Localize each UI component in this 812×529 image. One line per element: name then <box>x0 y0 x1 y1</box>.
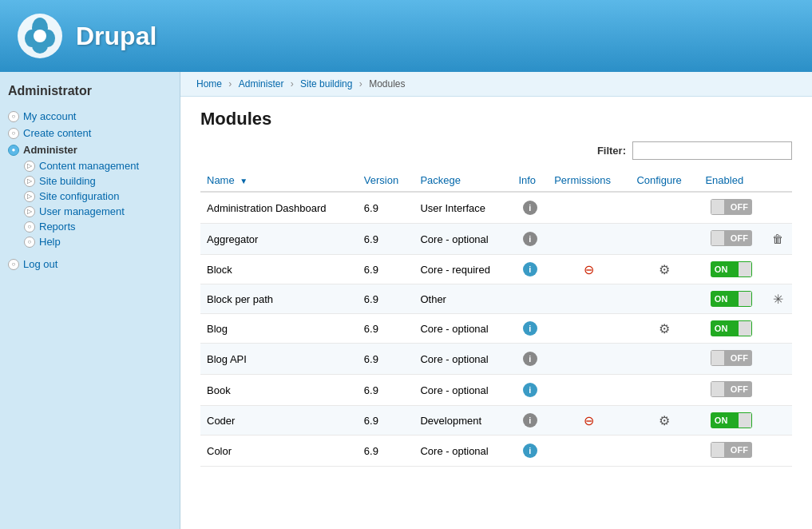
cell-info[interactable]: i <box>512 344 548 375</box>
col-configure: Configure <box>630 169 699 192</box>
breadcrumb-current: Modules <box>369 78 405 89</box>
no-entry-icon[interactable]: ⊖ <box>584 263 594 276</box>
page-title: Modules <box>200 109 792 129</box>
sidebar-item-site-building[interactable]: ▷ Site building <box>24 173 172 189</box>
cell-enabled[interactable]: ON <box>699 406 763 436</box>
table-row: Aggregator6.9Core - optionaliOFF🗑 <box>200 224 792 255</box>
cell-version: 6.9 <box>358 192 414 224</box>
cell-permissions[interactable]: ⊖ <box>548 406 630 436</box>
info-icon[interactable]: i <box>523 201 537 215</box>
cell-info[interactable]: i <box>512 192 548 224</box>
cell-name: Administration Dashboard <box>200 192 358 224</box>
cell-enabled[interactable]: OFF <box>699 192 763 224</box>
gear-icon[interactable]: ⚙ <box>659 414 670 428</box>
sidebar-item-help[interactable]: ○ Help <box>24 234 172 249</box>
col-enabled: Enabled <box>699 169 763 192</box>
filter-input[interactable] <box>632 141 792 160</box>
gear-icon[interactable]: ⚙ <box>659 322 670 336</box>
sidebar-item-create-content[interactable]: ○ Create content <box>8 125 172 141</box>
bullet-icon: ○ <box>8 111 19 122</box>
cell-permissions <box>548 284 630 314</box>
table-header: Name ▼ Version Packege Info <box>200 169 792 192</box>
toggle-switch[interactable]: OFF <box>711 442 752 458</box>
toggle-switch[interactable]: ON <box>711 320 752 336</box>
breadcrumb-site-building[interactable]: Site building <box>300 78 352 89</box>
toggle-switch[interactable]: OFF <box>711 230 752 246</box>
cell-configure <box>630 224 699 255</box>
toggle-switch[interactable]: ON <box>711 291 752 307</box>
cell-info[interactable]: i <box>512 436 548 467</box>
cell-configure[interactable]: ⚙ <box>630 314 699 344</box>
gear-icon[interactable]: ⚙ <box>659 263 670 276</box>
cell-enabled[interactable]: ON <box>699 255 763 284</box>
sidebar-item-content-management[interactable]: ▷ Content management <box>24 158 172 173</box>
info-icon[interactable]: i <box>523 443 537 458</box>
sidebar-item-administer[interactable]: ● Administer <box>8 141 172 158</box>
cell-info[interactable] <box>512 284 548 314</box>
bullet-icon: ▷ <box>24 191 35 202</box>
cell-permissions <box>548 192 630 224</box>
cell-name: Block <box>200 255 358 284</box>
breadcrumb: Home › Administer › Site building › Modu… <box>180 72 812 97</box>
cell-name: Blog <box>200 314 358 344</box>
info-icon[interactable]: i <box>523 232 537 246</box>
sidebar-item-site-configuration[interactable]: ▷ Site configuration <box>24 189 172 204</box>
cell-name: Book <box>200 375 358 406</box>
sidebar-item-my-account[interactable]: ○ My account <box>8 108 172 125</box>
cell-permissions <box>548 436 630 467</box>
cell-extra[interactable]: ✳ <box>763 284 792 314</box>
breadcrumb-home[interactable]: Home <box>196 78 222 89</box>
info-icon[interactable]: i <box>523 321 537 336</box>
info-icon[interactable]: i <box>523 262 537 276</box>
sidebar-item-logout[interactable]: ○ Log out <box>8 256 172 272</box>
spinner-icon[interactable]: ✳ <box>773 292 783 306</box>
cell-extra <box>763 344 792 375</box>
cell-permissions[interactable]: ⊖ <box>548 255 630 284</box>
cell-configure[interactable]: ⚙ <box>630 406 699 436</box>
cell-package: Core - optional <box>414 314 512 344</box>
bullet-icon: ○ <box>8 128 19 139</box>
col-permissions: Permissions <box>548 169 630 192</box>
cell-permissions <box>548 344 630 375</box>
cell-info[interactable]: i <box>512 255 548 284</box>
sidebar-item-user-management[interactable]: ▷ User management <box>24 204 172 219</box>
cell-enabled[interactable]: ON <box>699 284 763 314</box>
bullet-icon: ○ <box>24 237 35 248</box>
breadcrumb-administer[interactable]: Administer <box>239 78 284 89</box>
cell-info[interactable]: i <box>512 224 548 255</box>
toggle-switch[interactable]: OFF <box>711 199 752 215</box>
bullet-icon: ○ <box>8 259 19 270</box>
cell-info[interactable]: i <box>512 375 548 406</box>
cell-configure[interactable]: ⚙ <box>630 255 699 284</box>
svg-point-5 <box>34 30 46 42</box>
cell-extra[interactable]: 🗑 <box>763 224 792 255</box>
info-icon[interactable]: i <box>523 413 537 428</box>
cell-enabled[interactable]: OFF <box>699 224 763 255</box>
toggle-switch[interactable]: ON <box>711 261 752 277</box>
cell-package: Development <box>414 406 512 436</box>
cell-info[interactable]: i <box>512 406 548 436</box>
info-icon[interactable]: i <box>523 383 537 397</box>
cell-enabled[interactable]: OFF <box>699 344 763 375</box>
toggle-switch[interactable]: OFF <box>711 381 752 397</box>
cell-enabled[interactable]: OFF <box>699 375 763 406</box>
col-name[interactable]: Name ▼ <box>200 169 358 192</box>
cell-info[interactable]: i <box>512 314 548 344</box>
sidebar-item-reports[interactable]: ○ Reports <box>24 219 172 234</box>
cell-permissions <box>548 224 630 255</box>
cell-configure <box>630 436 699 467</box>
bullet-icon: ○ <box>24 221 35 233</box>
table-row: Administration Dashboard6.9User Interfac… <box>200 192 792 224</box>
no-entry-icon[interactable]: ⊖ <box>584 414 594 428</box>
cell-enabled[interactable]: OFF <box>699 436 763 467</box>
cell-enabled[interactable]: ON <box>699 314 763 344</box>
table-row: Color6.9Core - optionaliOFF <box>200 436 792 467</box>
toggle-switch[interactable]: ON <box>711 412 752 428</box>
cell-version: 6.9 <box>358 314 414 344</box>
cell-permissions <box>548 375 630 406</box>
cell-extra <box>763 314 792 344</box>
trash-icon[interactable]: 🗑 <box>772 233 783 245</box>
info-icon[interactable]: i <box>523 352 537 366</box>
cell-version: 6.9 <box>358 344 414 375</box>
toggle-switch[interactable]: OFF <box>711 350 752 366</box>
